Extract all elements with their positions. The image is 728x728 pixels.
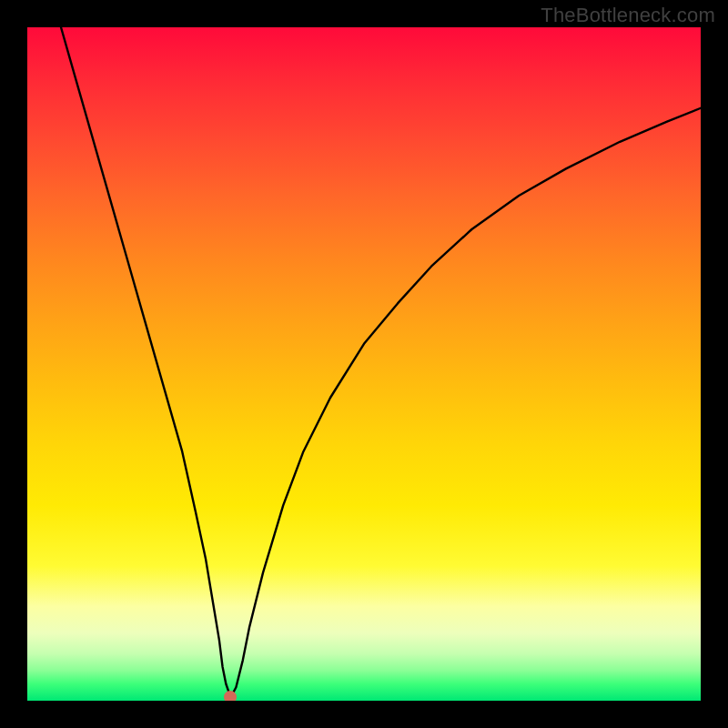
chart-frame: TheBottleneck.com	[0, 0, 728, 728]
plot-area	[27, 27, 701, 701]
watermark-text: TheBottleneck.com	[541, 4, 715, 27]
bottleneck-curve	[27, 27, 701, 701]
minimum-marker	[224, 691, 237, 701]
